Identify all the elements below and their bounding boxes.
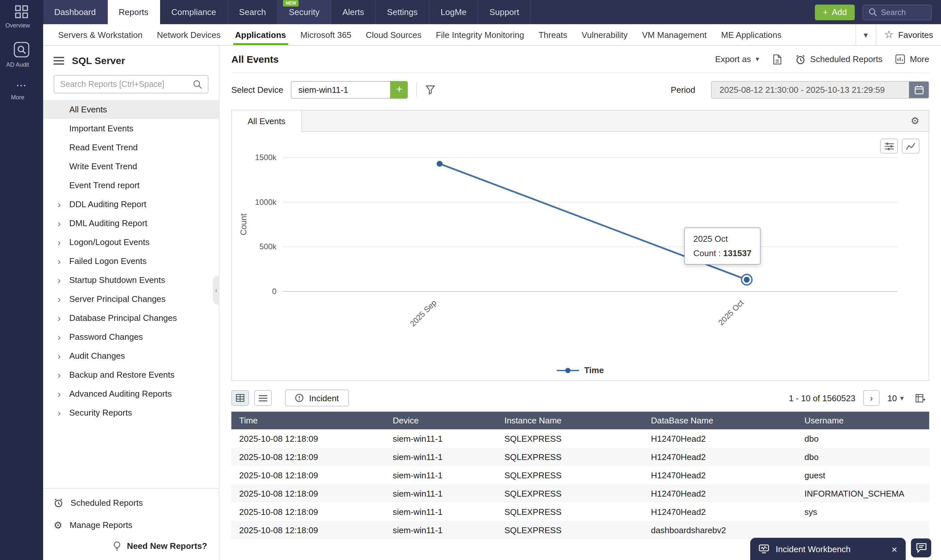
column-header-username[interactable]: Username: [796, 412, 929, 429]
next-page-button[interactable]: ›: [863, 390, 879, 406]
chevron-right-icon: ›: [870, 393, 873, 403]
calendar-icon: [914, 85, 924, 94]
subnav-threats[interactable]: Threats: [531, 24, 574, 45]
scheduled-reports-button[interactable]: Scheduled Reports: [795, 54, 883, 65]
subnav-applications[interactable]: Applications: [228, 24, 293, 45]
panel-settings-gear[interactable]: ⚙: [910, 111, 929, 131]
page-size-select[interactable]: 10 ▾: [887, 393, 904, 403]
global-search-box[interactable]: [863, 4, 932, 20]
top-nav-support[interactable]: Support: [478, 0, 531, 24]
report-item-database-principal[interactable]: ›Database Principal Changes: [43, 308, 219, 328]
report-search-input[interactable]: [60, 80, 189, 89]
need-new-reports-link[interactable]: Need New Reports?: [43, 536, 219, 560]
export-schedule-button[interactable]: [772, 54, 782, 65]
sidebar-footer: Scheduled Reports ⚙ Manage Reports Need …: [43, 488, 219, 560]
ad-audit-icon: [14, 42, 29, 57]
alarm-clock-icon: [54, 498, 63, 508]
report-item-all-events[interactable]: All Events: [43, 100, 219, 119]
scheduled-reports-link[interactable]: Scheduled Reports: [43, 491, 219, 514]
top-nav-security[interactable]: NEW Security: [278, 0, 331, 24]
more-actions-button[interactable]: More: [896, 54, 929, 64]
top-nav-search[interactable]: Search: [228, 0, 278, 24]
plus-icon: +: [823, 7, 828, 17]
top-nav-compliance[interactable]: Compliance: [160, 0, 228, 24]
top-nav-reports[interactable]: Reports: [108, 0, 160, 24]
rail-item-overview[interactable]: Overview: [5, 5, 38, 29]
more-panel-icon: [896, 54, 906, 64]
global-search-input[interactable]: [881, 8, 924, 17]
subnav-microsoft-365[interactable]: Microsoft 365: [293, 24, 358, 45]
report-item-audit-changes[interactable]: ›Audit Changes: [43, 346, 219, 365]
chevron-left-icon: ‹: [215, 286, 217, 294]
table-row[interactable]: 2025-10-08 12:18:09siem-win11-1SQLEXPRES…: [231, 429, 929, 448]
subnav-vm-management[interactable]: VM Management: [635, 24, 714, 45]
subnav-servers-workstation[interactable]: Servers & Workstation: [51, 24, 150, 45]
period-picker[interactable]: 2025-08-12 21:30:00 - 2025-10-13 21:29:5…: [711, 81, 929, 98]
manage-reports-link[interactable]: ⚙ Manage Reports: [43, 514, 219, 536]
incident-button[interactable]: Incident: [285, 389, 349, 406]
table-row[interactable]: 2025-10-08 12:18:09siem-win11-1SQLEXPRES…: [231, 448, 929, 466]
column-chooser-button[interactable]: [912, 390, 929, 406]
top-nav-logme[interactable]: LogMe: [429, 0, 478, 24]
incident-workbench-bar[interactable]: Incident Workbench ×: [750, 538, 906, 560]
subnav-overflow-caret[interactable]: ▾: [855, 24, 876, 45]
chart-settings-button[interactable]: [880, 138, 898, 154]
chevron-down-icon: ▾: [864, 30, 868, 40]
chart-type-button[interactable]: [902, 138, 919, 154]
subnav-file-integrity-monitoring[interactable]: File Integrity Monitoring: [429, 24, 531, 45]
report-item-password-changes[interactable]: ›Password Changes: [43, 328, 219, 346]
table-row[interactable]: 2025-10-08 12:18:09siem-win11-1SQLEXPRES…: [231, 521, 929, 539]
report-item-ddl-auditing[interactable]: ›DDL Auditing Report: [43, 195, 219, 214]
column-header-instance-name[interactable]: Instance Name: [497, 412, 643, 429]
table-row[interactable]: 2025-10-08 12:18:09siem-win11-1SQLEXPRES…: [231, 466, 929, 484]
rail-item-more[interactable]: ⋯ More: [11, 81, 32, 101]
top-nav-settings[interactable]: Settings: [376, 0, 429, 24]
chat-button[interactable]: [911, 538, 931, 557]
top-nav-dashboard[interactable]: Dashboard: [43, 0, 108, 24]
column-header-database-name[interactable]: DataBase Name: [643, 412, 796, 429]
subnav-cloud-sources[interactable]: Cloud Sources: [358, 24, 429, 45]
add-button[interactable]: + Add: [815, 4, 855, 20]
chevron-right-icon: ›: [57, 332, 61, 342]
export-as-button[interactable]: Export as ▾: [715, 54, 760, 64]
subnav-vulnerability[interactable]: Vulnerability: [574, 24, 635, 45]
column-header-time[interactable]: Time: [231, 412, 385, 429]
table-row[interactable]: 2025-10-08 12:18:09siem-win11-1SQLEXPRES…: [231, 503, 929, 521]
subnav-network-devices[interactable]: Network Devices: [150, 24, 228, 45]
report-item-event-trend-report[interactable]: Event Trend report: [43, 176, 219, 195]
grid-view-button[interactable]: [231, 390, 249, 406]
report-item-important-events[interactable]: Important Events: [43, 119, 219, 138]
report-search-box[interactable]: [54, 75, 208, 94]
report-item-failed-logon[interactable]: ›Failed Logon Events: [43, 252, 219, 271]
device-select[interactable]: siem-win11-1: [291, 81, 391, 98]
tab-all-events[interactable]: All Events: [232, 111, 302, 132]
column-header-device[interactable]: Device: [385, 412, 497, 429]
report-item-backup-restore[interactable]: ›Backup and Restore Events: [43, 365, 219, 384]
star-icon: ☆: [884, 29, 893, 40]
sidebar-collapse-handle[interactable]: ‹: [213, 276, 220, 305]
rail-item-label: More: [11, 94, 24, 101]
subnav-me-applications[interactable]: ME Applications: [714, 24, 789, 45]
events-table: Time Device Instance Name DataBase Name …: [231, 412, 929, 539]
rail-item-ad-audit[interactable]: AD Audit: [6, 42, 37, 68]
report-item-startup-shutdown[interactable]: ›Startup Shutdown Events: [43, 271, 219, 289]
events-line-chart: 0500k1000k1500k2025 Sep2025 OctCount 202…: [232, 132, 929, 380]
report-item-server-principal[interactable]: ›Server Principal Changes: [43, 289, 219, 308]
top-nav-alerts[interactable]: Alerts: [331, 0, 376, 24]
report-item-write-event-trend[interactable]: Write Event Trend: [43, 157, 219, 176]
page-title: All Events: [231, 54, 279, 65]
chart-legend[interactable]: Time: [232, 365, 929, 375]
close-icon[interactable]: ×: [891, 544, 897, 554]
filter-funnel-icon[interactable]: [426, 85, 435, 94]
favorites-button[interactable]: ☆ Favorites: [876, 24, 933, 45]
report-item-security-reports[interactable]: ›Security Reports: [43, 403, 219, 422]
report-item-advanced-auditing[interactable]: ›Advanced Auditing Reports: [43, 384, 219, 403]
list-view-button[interactable]: [254, 390, 272, 406]
hamburger-menu-icon[interactable]: [54, 57, 64, 65]
report-item-logon-logout[interactable]: ›Logon/Logout Events: [43, 232, 219, 252]
table-row[interactable]: 2025-10-08 12:18:09siem-win11-1SQLEXPRES…: [231, 484, 929, 503]
report-item-dml-auditing[interactable]: ›DML Auditing Report: [43, 214, 219, 232]
report-item-read-event-trend[interactable]: Read Event Trend: [43, 138, 219, 157]
calendar-button[interactable]: [909, 82, 929, 98]
add-device-button[interactable]: +: [391, 81, 408, 98]
